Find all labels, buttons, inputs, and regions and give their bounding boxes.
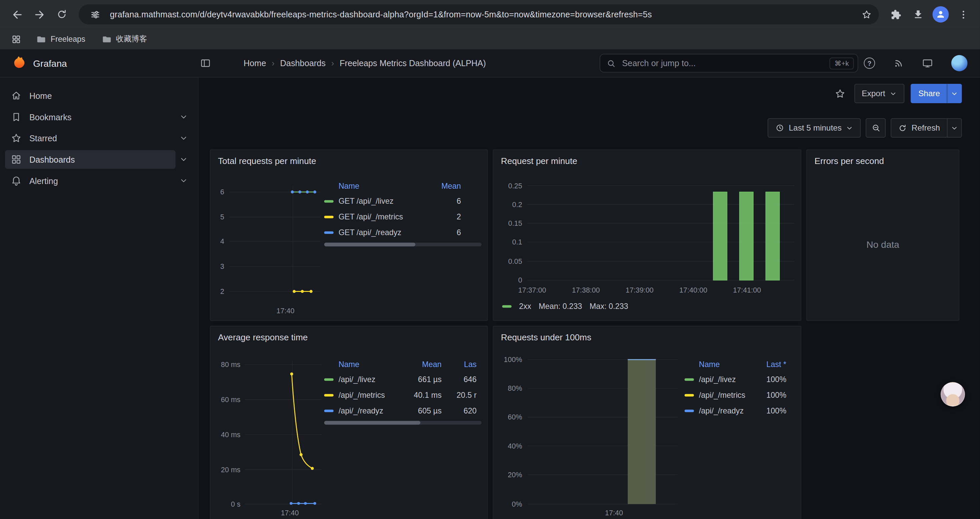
legend-row[interactable]: GET /api/_/readyz 6 [324, 224, 482, 240]
series-name: /api/_/livez [339, 375, 410, 384]
sidebar-row-starred: Starred [0, 128, 198, 149]
site-controls-icon[interactable] [86, 6, 103, 23]
mega-menu-toggle[interactable] [200, 57, 211, 69]
zoom-out-button[interactable] [866, 118, 886, 137]
clock-icon [775, 123, 784, 133]
breadcrumb-dashboards[interactable]: Dashboards [266, 58, 326, 68]
breadcrumb-home[interactable]: Home [243, 58, 266, 68]
browser-menu-button[interactable] [953, 4, 974, 25]
legend-table: Name Last * /api/_/livez 100% /api/_/met… [684, 358, 794, 418]
downloads-button[interactable] [908, 4, 929, 25]
refresh-interval-chevron[interactable] [947, 118, 962, 137]
refresh-button[interactable]: Refresh [891, 118, 947, 137]
y-axis-tick: 40% [495, 442, 522, 450]
sidebar-expand-alerting[interactable] [175, 172, 192, 189]
sidebar-expand-dashboards[interactable] [175, 151, 192, 168]
y-axis-tick: 5 [212, 213, 224, 222]
floating-avatar[interactable] [941, 382, 965, 406]
panel-title[interactable]: Errors per second [815, 156, 884, 166]
search-box[interactable]: ⌘+k [600, 54, 858, 72]
y-axis-tick: 0.2 [496, 200, 522, 209]
legend-row[interactable]: /api/_/readyz 605 µs 620 [324, 403, 482, 418]
reload-button[interactable] [51, 4, 73, 25]
sidebar-item-label: Bookmarks [29, 112, 72, 121]
bookmark-folder-freeleaps[interactable]: Freeleaps [31, 32, 91, 46]
series-color-dash [324, 231, 334, 233]
series-color-dash [684, 394, 694, 396]
legend-row[interactable]: GET /api/_/metrics 2 [324, 209, 482, 224]
share-menu-chevron[interactable] [947, 84, 962, 103]
user-avatar[interactable] [949, 53, 970, 74]
legend-row[interactable]: GET /api/_/livez 6 [324, 193, 482, 209]
kiosk-mode-button[interactable] [919, 55, 935, 72]
legend-col-name[interactable]: Name [684, 360, 754, 369]
requests-under-100ms-chart [493, 326, 801, 519]
profile-button[interactable] [930, 4, 951, 25]
favorite-dashboard-button[interactable] [832, 86, 848, 102]
legend-row[interactable]: /api/_/livez 661 µs 646 [324, 371, 482, 387]
series-name: /api/_/livez [699, 375, 754, 384]
profile-avatar [932, 6, 949, 23]
kebab-menu-icon [958, 9, 968, 20]
scrollbar-thumb[interactable] [324, 243, 415, 246]
legend-scrollbar[interactable] [324, 243, 482, 246]
series-mean: 6 [408, 228, 482, 237]
sidebar-item-starred[interactable]: Starred [5, 129, 175, 148]
chevron-down-icon [846, 124, 853, 132]
series-last: 100% [754, 390, 794, 399]
forward-button[interactable] [29, 4, 50, 25]
grafana-logo[interactable] [12, 56, 26, 70]
series-mean: 661 µs [410, 375, 442, 384]
news-button[interactable] [891, 56, 906, 71]
bookmark-star-icon[interactable] [858, 6, 875, 23]
legend-row[interactable]: /api/_/metrics 40.1 ms 20.5 r [324, 387, 482, 403]
export-button[interactable]: Export [854, 84, 905, 103]
help-button[interactable] [861, 55, 878, 72]
legend-row[interactable]: /api/_/readyz 100% [684, 403, 794, 418]
legend-col-last[interactable]: Las [447, 360, 482, 369]
series-name: GET /api/_/metrics [339, 212, 408, 221]
search-input[interactable] [621, 58, 824, 69]
y-axis-tick: 20 ms [212, 465, 240, 474]
url-bar[interactable]: grafana.mathmast.com/d/deytv4rwavabkb/fr… [79, 4, 879, 24]
share-button[interactable]: Share [911, 84, 947, 103]
bookmark-folder-blogs[interactable]: 收藏博客 [96, 32, 152, 46]
sidebar-item-alerting[interactable]: Alerting [5, 171, 175, 190]
series-color-dash [502, 305, 511, 308]
sidebar-item-label: Dashboards [29, 155, 75, 164]
sidebar-expand-starred[interactable] [175, 130, 192, 146]
legend-col-name[interactable]: Name [324, 182, 408, 191]
sidebar-item-bookmarks[interactable]: Bookmarks [5, 107, 175, 126]
refresh-split-button: Refresh [891, 118, 962, 137]
back-button[interactable] [6, 4, 28, 25]
y-axis-tick: 0 s [212, 500, 240, 508]
sidebar-expand-bookmarks[interactable] [175, 109, 192, 125]
y-axis-tick: 20% [495, 470, 522, 479]
series-last: 620 [447, 406, 482, 415]
apps-grid-button[interactable] [7, 30, 25, 48]
series-name[interactable]: 2xx [519, 302, 531, 311]
legend-col-mean[interactable]: Mean [410, 360, 442, 369]
extensions-button[interactable] [885, 4, 906, 25]
y-axis-tick: 0% [495, 500, 522, 508]
time-range-picker[interactable]: Last 5 minutes [767, 118, 861, 137]
scrollbar-thumb[interactable] [324, 421, 420, 425]
x-axis-tick: 17:41:00 [728, 286, 765, 295]
series-last: 100% [754, 406, 794, 415]
series-mean: 40.1 ms [410, 390, 442, 399]
folder-icon [102, 34, 111, 44]
x-axis-tick: 17:40 [599, 508, 629, 517]
legend-col-mean[interactable]: Mean [408, 182, 482, 191]
x-axis-tick: 17:40 [275, 508, 305, 517]
series-mean: 2 [408, 212, 482, 221]
grafana-flame-icon [12, 56, 26, 70]
legend-row[interactable]: /api/_/livez 100% [684, 371, 794, 387]
legend-table: Name Mean Las /api/_/livez 661 µs 646 /a… [324, 358, 482, 418]
sidebar-item-home[interactable]: Home [5, 86, 175, 105]
legend-col-last[interactable]: Last * [754, 360, 794, 369]
series-color-dash [684, 378, 694, 380]
sidebar-item-dashboards[interactable]: Dashboards [5, 150, 175, 169]
legend-scrollbar[interactable] [324, 421, 482, 425]
legend-col-name[interactable]: Name [324, 360, 410, 369]
legend-row[interactable]: /api/_/metrics 100% [684, 387, 794, 403]
